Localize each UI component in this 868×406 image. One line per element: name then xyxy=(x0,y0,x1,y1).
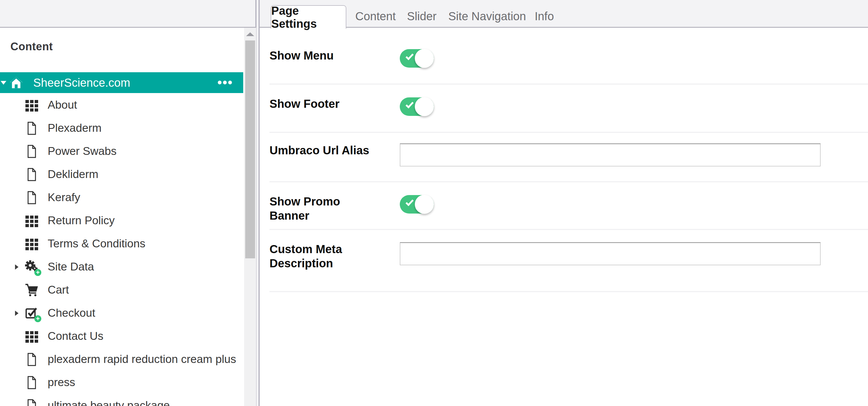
chevron-down-icon[interactable] xyxy=(1,81,6,85)
check-icon xyxy=(406,52,414,60)
tree-scrollbar[interactable] xyxy=(244,28,256,406)
content-tree-sidebar: Content SheerScience.com About Plexaderm xyxy=(0,28,244,406)
create-plus-badge-icon: + xyxy=(34,269,41,276)
property-label: Show Menu xyxy=(270,49,400,63)
tree-item-terms-conditions[interactable]: Terms & Conditions xyxy=(0,232,244,256)
pane-divider-gap xyxy=(256,0,258,406)
property-label: Show Footer xyxy=(270,97,400,111)
scroll-up-arrow-icon[interactable] xyxy=(246,32,254,36)
tab-site-navigation[interactable]: Site Navigation xyxy=(448,10,526,23)
show-footer-toggle[interactable] xyxy=(400,97,434,116)
tree-item-plexaderm[interactable]: Plexaderm xyxy=(0,117,244,140)
node-actions-ellipsis-icon[interactable] xyxy=(218,81,232,84)
document-icon xyxy=(25,352,39,367)
cart-icon xyxy=(25,283,39,297)
tree-item-cart[interactable]: Cart xyxy=(0,279,244,302)
tree-item-contact-us[interactable]: Contact Us xyxy=(0,325,244,348)
umbraco-url-alias-input[interactable] xyxy=(400,143,820,167)
show-menu-toggle[interactable] xyxy=(400,49,434,68)
gear-plus-icon: + xyxy=(25,260,39,274)
umbraco-content-screen: Content SheerScience.com About Plexaderm xyxy=(0,0,868,406)
property-row-show-footer: Show Footer xyxy=(270,85,868,133)
property-row-custom-meta-description: Custom Meta Description xyxy=(270,230,868,292)
toggle-knob xyxy=(415,97,434,116)
grid-icon xyxy=(25,329,39,343)
property-row-umbraco-url-alias: Umbraco Url Alias xyxy=(270,133,868,182)
tab-info[interactable]: Info xyxy=(535,10,554,23)
toggle-knob xyxy=(415,49,434,68)
grid-icon xyxy=(25,98,39,112)
tree-item-plexaderm-rapid-reduction-cream-plus[interactable]: plexaderm rapid reduction cream plus xyxy=(0,348,244,371)
sidebar-top-band xyxy=(0,0,255,28)
document-icon xyxy=(25,191,39,205)
custom-meta-description-input[interactable] xyxy=(400,242,820,265)
tree-item-ultimate-beauty-package[interactable]: ultimate beauty package xyxy=(0,394,244,406)
document-icon xyxy=(25,144,39,158)
home-icon xyxy=(9,76,23,89)
property-label: Custom Meta Description xyxy=(270,242,400,270)
tab-bar: Page Settings Content Slider Site Naviga… xyxy=(260,0,868,28)
check-icon xyxy=(406,100,414,109)
section-title: Content xyxy=(10,40,53,53)
create-plus-badge-icon: + xyxy=(34,315,41,322)
document-icon xyxy=(25,376,39,389)
grid-icon xyxy=(25,214,39,228)
tree-item-kerafy[interactable]: Kerafy xyxy=(0,186,244,209)
tree-item-about[interactable]: About xyxy=(0,94,244,117)
page-settings-panel: Show Menu Show Footer Umbraco Url Alias … xyxy=(260,28,868,406)
grid-icon xyxy=(25,237,39,251)
property-label: Show Promo Banner xyxy=(270,195,400,223)
tab-content[interactable]: Content xyxy=(355,10,396,23)
checkbox-plus-icon: + xyxy=(25,306,39,320)
tree-item-dekliderm[interactable]: Dekliderm xyxy=(0,163,244,186)
toggle-knob xyxy=(415,195,434,214)
tab-page-settings[interactable]: Page Settings xyxy=(271,5,346,29)
tree-item-sheerscience-root[interactable]: SheerScience.com xyxy=(0,72,243,93)
document-icon xyxy=(25,399,39,406)
show-promo-banner-toggle[interactable] xyxy=(400,195,434,213)
document-icon xyxy=(25,121,39,135)
tree-item-checkout[interactable]: + Checkout xyxy=(0,302,244,325)
chevron-right-icon[interactable] xyxy=(15,311,19,316)
chevron-right-icon[interactable] xyxy=(15,264,19,270)
scrollbar-thumb[interactable] xyxy=(245,40,255,258)
tree-item-return-policy[interactable]: Return Policy xyxy=(0,209,244,232)
property-row-show-promo-banner: Show Promo Banner xyxy=(270,182,868,230)
tree-item-power-swabs[interactable]: Power Swabs xyxy=(0,140,244,163)
property-row-show-menu: Show Menu xyxy=(270,28,868,85)
property-label: Umbraco Url Alias xyxy=(270,143,400,157)
tree-item-label: SheerScience.com xyxy=(33,76,130,89)
tree-item-press[interactable]: press xyxy=(0,371,244,394)
tab-slider[interactable]: Slider xyxy=(407,10,436,23)
tree-item-site-data[interactable]: + Site Data xyxy=(0,256,244,279)
check-icon xyxy=(406,198,414,206)
document-icon xyxy=(25,168,39,181)
